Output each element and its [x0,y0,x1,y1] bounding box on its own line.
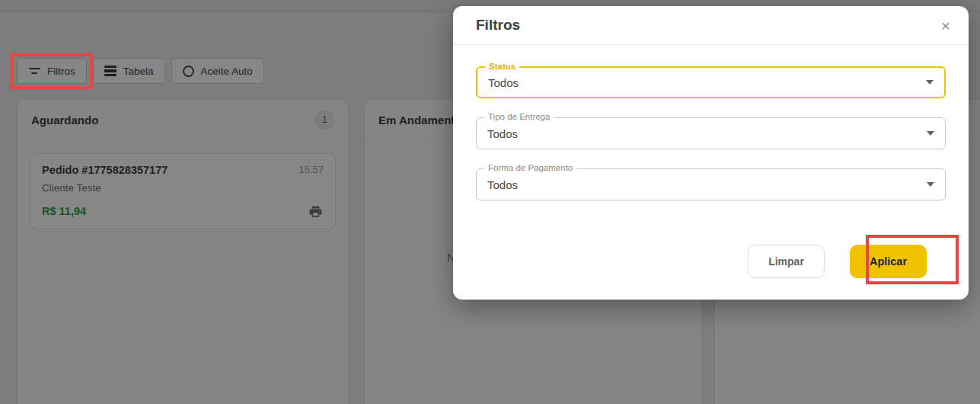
status-select[interactable]: Status Todos [476,66,946,98]
delivery-type-value: Todos [477,127,518,140]
chevron-down-icon [927,182,934,187]
chevron-down-icon [927,131,934,136]
status-select-value: Todos [477,76,519,89]
payment-method-value: Todos [477,178,518,191]
clear-button[interactable]: Limpar [748,245,825,278]
modal-title: Filtros [476,17,520,34]
annotation-box-apply [866,235,959,284]
screenshot-root: Filtros Tabela Aceite Auto Aguardando 1 … [0,0,980,404]
chevron-down-icon [926,80,934,85]
payment-method-select[interactable]: Forma de Pagamento Todos [476,168,946,200]
status-select-label: Status [485,62,519,71]
annotation-box-filters [10,53,93,89]
close-icon[interactable]: × [941,18,950,34]
delivery-type-label: Tipo de Entrega [484,112,554,121]
payment-method-label: Forma de Pagamento [484,163,576,172]
delivery-type-select[interactable]: Tipo de Entrega Todos [476,117,946,149]
